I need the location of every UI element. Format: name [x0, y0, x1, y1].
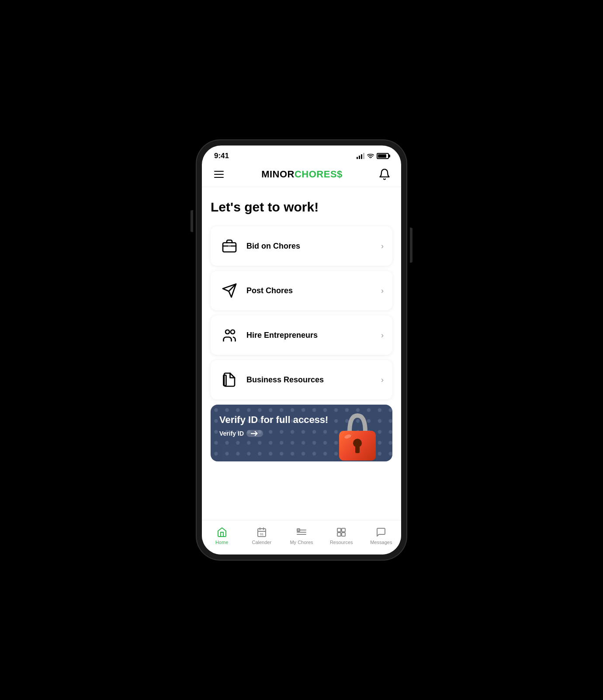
- home-label: Home: [215, 540, 228, 545]
- svg-rect-22: [342, 528, 345, 532]
- chevron-right-icon-4: ›: [381, 375, 384, 385]
- verify-arrow: [246, 430, 263, 437]
- mychores-label: My Chores: [290, 540, 313, 545]
- status-time: 9:41: [214, 152, 229, 160]
- nav-mychores[interactable]: My Chores: [281, 524, 321, 548]
- status-bar: 9:41: [202, 146, 401, 164]
- hire-entrepreneurs-label: Hire Entrepreneurs: [246, 331, 381, 340]
- calendar-label: Calender: [252, 540, 271, 545]
- calendar-icon: 31: [256, 527, 267, 538]
- business-resources-label: Business Resources: [246, 375, 381, 385]
- business-resources-card[interactable]: Business Resources ›: [211, 360, 392, 399]
- main-content: Let's get to work! Bid on Chores ›: [202, 187, 401, 520]
- send-icon: [219, 281, 239, 301]
- wifi-icon: [367, 153, 374, 159]
- nav-calendar[interactable]: 31 Calender: [242, 524, 281, 548]
- messages-label: Messages: [370, 540, 392, 545]
- nav-resources[interactable]: Resources: [322, 524, 361, 548]
- briefcase-icon: [219, 236, 239, 256]
- verify-title: Verify ID for full access!: [219, 414, 384, 426]
- svg-text:31: 31: [260, 533, 263, 536]
- app-header: MINORCHORES$: [202, 164, 401, 187]
- verify-link[interactable]: Verify ID: [219, 430, 384, 437]
- svg-rect-1: [223, 243, 236, 252]
- svg-rect-24: [342, 533, 345, 536]
- bid-on-chores-card[interactable]: Bid on Chores ›: [211, 226, 392, 266]
- bottom-nav: Home 31 Calender: [202, 520, 401, 554]
- bell-icon[interactable]: [378, 168, 391, 180]
- svg-rect-7: [224, 375, 226, 386]
- post-chores-label: Post Chores: [246, 286, 381, 295]
- chevron-right-icon: ›: [381, 242, 384, 251]
- phone-frame: 9:41 MINORCH: [197, 140, 406, 560]
- battery-icon: [377, 153, 389, 159]
- home-icon: [216, 527, 228, 538]
- messages-icon: [375, 527, 387, 538]
- verify-text-area: Verify ID for full access! Verify ID: [211, 405, 392, 461]
- post-chores-card[interactable]: Post Chores ›: [211, 271, 392, 310]
- app-logo: MINORCHORES$: [261, 169, 343, 180]
- svg-point-5: [225, 330, 229, 334]
- menu-button[interactable]: [212, 169, 225, 180]
- verify-id-banner[interactable]: Verify ID for full access! Verify ID: [211, 405, 392, 461]
- resources-icon: [336, 527, 347, 538]
- hire-entrepreneurs-card[interactable]: Hire Entrepreneurs ›: [211, 315, 392, 355]
- chevron-right-icon-3: ›: [381, 331, 384, 340]
- svg-point-6: [231, 330, 235, 334]
- mychores-icon: [296, 527, 307, 538]
- nav-home[interactable]: Home: [202, 524, 242, 548]
- status-icons: [357, 153, 389, 159]
- resources-label: Resources: [330, 540, 353, 545]
- svg-rect-21: [337, 528, 341, 532]
- page-title: Let's get to work!: [211, 199, 392, 215]
- files-icon: [219, 370, 239, 390]
- group-icon: [219, 325, 239, 345]
- svg-point-0: [370, 158, 371, 159]
- svg-rect-23: [337, 533, 341, 536]
- phone-screen: 9:41 MINORCH: [202, 146, 401, 554]
- bid-on-chores-label: Bid on Chores: [246, 242, 381, 251]
- nav-messages[interactable]: Messages: [361, 524, 401, 548]
- chevron-right-icon-2: ›: [381, 286, 384, 295]
- signal-icon: [357, 153, 364, 159]
